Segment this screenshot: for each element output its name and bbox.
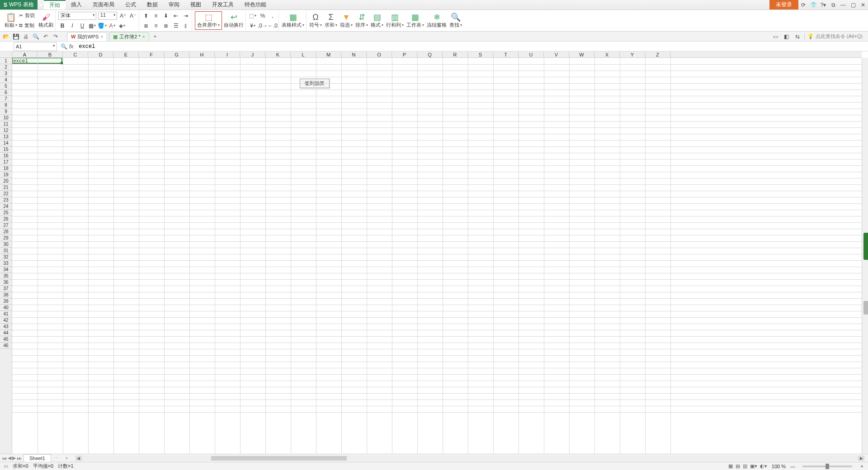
tab-special[interactable]: 特色功能 bbox=[239, 0, 272, 9]
row-header-1[interactable]: 1 bbox=[0, 58, 12, 64]
wrap-text-icon[interactable]: ↩ bbox=[231, 13, 237, 22]
row-header-20[interactable]: 20 bbox=[0, 178, 12, 184]
formula-input[interactable] bbox=[77, 42, 868, 51]
qat-open-icon[interactable]: 📂 bbox=[2, 33, 10, 41]
decrease-decimal-icon[interactable]: ←.0 bbox=[269, 22, 277, 30]
row-header-6[interactable]: 6 bbox=[0, 89, 12, 96]
row-header-25[interactable]: 25 bbox=[0, 210, 12, 216]
row-header-11[interactable]: 11 bbox=[0, 121, 12, 127]
freeze-icon[interactable]: ❄ bbox=[434, 13, 440, 22]
mini-icon-3[interactable]: ⇆ bbox=[793, 33, 802, 41]
column-headers[interactable]: ABCDEFGHIJKLMNOPQRSTUVWXYZ bbox=[12, 52, 862, 58]
row-header-23[interactable]: 23 bbox=[0, 197, 12, 203]
row-header-15[interactable]: 15 bbox=[0, 146, 12, 153]
row-header-43[interactable]: 43 bbox=[0, 324, 12, 330]
row-header-27[interactable]: 27 bbox=[0, 222, 12, 229]
row-header-38[interactable]: 38 bbox=[0, 292, 12, 298]
copy-button[interactable]: ⧉复制 bbox=[19, 21, 35, 30]
doc-close-icon[interactable]: × bbox=[142, 34, 145, 39]
align-bottom-icon[interactable]: ⬇ bbox=[162, 12, 170, 20]
font-color-button[interactable]: A▾ bbox=[108, 22, 116, 30]
row-header-29[interactable]: 29 bbox=[0, 235, 12, 241]
table-style-icon[interactable]: ▦ bbox=[289, 13, 297, 22]
command-search[interactable]: 💡 点此查找命令 (Alt+Q) bbox=[807, 33, 863, 40]
col-header-B[interactable]: B bbox=[38, 52, 63, 57]
zoom-out-button[interactable]: — bbox=[790, 464, 795, 469]
symbol-icon[interactable]: Ω bbox=[312, 13, 318, 22]
tab-review[interactable]: 审阅 bbox=[163, 0, 185, 9]
row-header-26[interactable]: 26 bbox=[0, 216, 12, 222]
col-header-M[interactable]: M bbox=[316, 52, 341, 57]
horizontal-scrollbar[interactable]: ◀ ▶ bbox=[75, 456, 864, 461]
row-header-5[interactable]: 5 bbox=[0, 83, 12, 89]
window-float-icon[interactable]: ⧉ bbox=[828, 0, 838, 9]
close-icon[interactable]: ✕ bbox=[858, 0, 868, 9]
row-header-24[interactable]: 24 bbox=[0, 203, 12, 210]
row-header-7[interactable]: 7 bbox=[0, 96, 12, 102]
hscroll-thumb[interactable] bbox=[211, 456, 347, 461]
fx-search-icon[interactable]: 🔍 bbox=[61, 43, 67, 50]
row-header-42[interactable]: 42 bbox=[0, 317, 12, 324]
format-painter-icon[interactable]: 🖌 bbox=[42, 13, 50, 22]
qat-print-icon[interactable]: 🖨 bbox=[22, 33, 30, 41]
align-middle-icon[interactable]: ≡ bbox=[152, 12, 160, 20]
col-header-T[interactable]: T bbox=[493, 52, 519, 57]
qat-redo-icon[interactable]: ↷ bbox=[52, 33, 60, 41]
col-header-G[interactable]: G bbox=[164, 52, 189, 57]
format-painter-label[interactable]: 格式刷 bbox=[38, 22, 53, 28]
col-header-N[interactable]: N bbox=[341, 52, 367, 57]
col-header-Y[interactable]: Y bbox=[620, 52, 645, 57]
qat-preview-icon[interactable]: 🔍 bbox=[32, 33, 40, 41]
bold-button[interactable]: B bbox=[58, 22, 66, 30]
align-right-icon[interactable]: ≣ bbox=[162, 22, 170, 30]
col-header-J[interactable]: J bbox=[240, 52, 265, 57]
row-header-17[interactable]: 17 bbox=[0, 159, 12, 165]
fx-icon[interactable]: fx bbox=[69, 43, 73, 50]
hscroll-left-icon[interactable]: ◀ bbox=[75, 456, 82, 461]
row-header-14[interactable]: 14 bbox=[0, 140, 12, 146]
row-header-44[interactable]: 44 bbox=[0, 330, 12, 336]
wrap-text-label[interactable]: 自动换行 bbox=[224, 22, 244, 28]
doc-close-icon[interactable]: × bbox=[100, 34, 103, 39]
row-header-45[interactable]: 45 bbox=[0, 336, 12, 343]
doc-tab-mywps[interactable]: W 我的WPS × bbox=[67, 32, 107, 41]
qat-save-icon[interactable]: 💾 bbox=[12, 33, 20, 41]
row-header-41[interactable]: 41 bbox=[0, 311, 12, 317]
col-header-E[interactable]: E bbox=[113, 52, 139, 57]
zoom-value[interactable]: 100 % bbox=[772, 464, 786, 469]
name-box[interactable]: A1 bbox=[14, 42, 57, 51]
brand-dropdown[interactable]: ▾ bbox=[38, 0, 44, 9]
row-header-31[interactable]: 31 bbox=[0, 248, 12, 254]
sheet-nav-first-icon[interactable]: ⏮ bbox=[2, 456, 7, 461]
col-header-Q[interactable]: Q bbox=[417, 52, 443, 57]
row-header-40[interactable]: 40 bbox=[0, 305, 12, 311]
login-button[interactable]: 未登录 bbox=[769, 0, 798, 9]
increase-decimal-icon[interactable]: .0→ bbox=[259, 22, 267, 30]
view-custom-icon[interactable]: ◐▾ bbox=[760, 463, 767, 469]
col-header-Z[interactable]: Z bbox=[645, 52, 670, 57]
sheet-nav-last-icon[interactable]: ⏭ bbox=[17, 456, 22, 461]
format-icon[interactable]: ▤ bbox=[373, 13, 381, 22]
tab-developer[interactable]: 开发工具 bbox=[207, 0, 239, 9]
sort-icon[interactable]: ⇵ bbox=[359, 13, 365, 22]
col-header-W[interactable]: W bbox=[569, 52, 594, 57]
shirt-icon[interactable]: 👕 bbox=[808, 0, 818, 9]
font-size-select[interactable]: 11 bbox=[98, 12, 117, 20]
row-header-39[interactable]: 39 bbox=[0, 298, 12, 305]
cells-canvas[interactable]: excel 签到抽奖 bbox=[12, 58, 862, 454]
font-name-select[interactable]: 宋体 bbox=[58, 12, 96, 20]
row-header-12[interactable]: 12 bbox=[0, 127, 12, 134]
align-left-icon[interactable]: ≣ bbox=[142, 22, 150, 30]
col-header-P[interactable]: P bbox=[392, 52, 417, 57]
sheet-nav-prev-icon[interactable]: ◀ bbox=[8, 455, 11, 461]
distribute-icon[interactable]: ⫿ bbox=[182, 22, 190, 30]
clear-format-button[interactable]: ◈▾ bbox=[118, 22, 126, 30]
tab-data[interactable]: 数据 bbox=[142, 0, 163, 9]
zoom-slider[interactable] bbox=[802, 465, 852, 467]
doc-tab-workbook[interactable]: ▦ 工作簿2 * × bbox=[109, 32, 149, 41]
view-reading-icon[interactable]: ▣▾ bbox=[750, 463, 757, 469]
find-icon[interactable]: 🔍 bbox=[451, 13, 461, 22]
view-page-icon[interactable]: ▤ bbox=[736, 463, 740, 469]
minimize-icon[interactable]: — bbox=[838, 0, 848, 9]
col-header-U[interactable]: U bbox=[519, 52, 544, 57]
